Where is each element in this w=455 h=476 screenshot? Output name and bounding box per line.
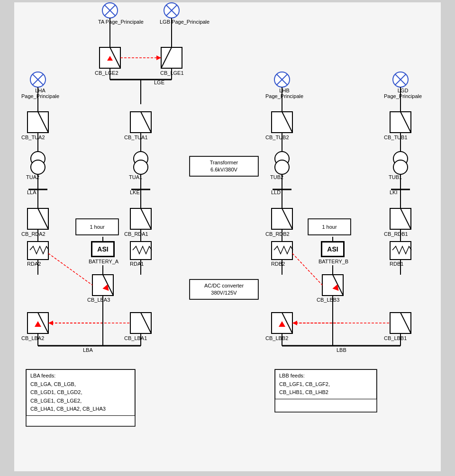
transformer-label: Transformer6.6kV/380V <box>190 156 258 176</box>
cb-rdb1-label: CB_RDB1 <box>384 231 408 237</box>
svg-point-55 <box>393 160 408 174</box>
tua1-label: TUA1 <box>129 174 142 180</box>
svg-rect-67 <box>130 208 151 229</box>
hour-box-a: 1 hour <box>76 219 118 235</box>
asi-box-a: ASI <box>91 242 114 257</box>
cb-lba2-label: CB_LBA2 <box>21 335 44 341</box>
cb-tua2-label: CB_TUA2 <box>21 135 45 140</box>
svg-rect-34 <box>130 112 151 133</box>
lgd-label: LGDPage_Principale <box>384 88 422 99</box>
lke-label: LKE <box>130 189 140 195</box>
cb-rda2-label: CB_RDA2 <box>21 231 46 237</box>
rda1-label: RDA1 <box>130 261 144 267</box>
svg-rect-112 <box>390 313 411 333</box>
lbb-feeds-box: LBB feeds:CB_LGF1, CB_LGF2,CB_LHB1, CB_L… <box>275 369 377 399</box>
cb-lbb2-label: CB_LBB2 <box>265 335 288 341</box>
svg-rect-89 <box>322 275 343 296</box>
svg-rect-32 <box>27 112 48 133</box>
svg-point-47 <box>134 160 148 174</box>
svg-rect-38 <box>390 112 411 133</box>
svg-point-51 <box>275 160 289 174</box>
svg-point-42 <box>31 160 45 174</box>
svg-rect-69 <box>272 208 292 229</box>
svg-rect-100 <box>130 313 151 333</box>
cb-tub2-label: CB_TUB2 <box>265 135 289 140</box>
cb-lba3-label: CB_LBA3 <box>87 297 110 303</box>
lgb-label: LGB Page_Principale <box>160 19 209 25</box>
hour-box-b: 1 hour <box>308 219 351 235</box>
lbb-label: LBB <box>337 347 346 353</box>
battery-b-label: BATTERY_B <box>318 259 348 264</box>
lld-label: LLD <box>271 189 281 195</box>
lhb-label: LHBPage_Principale <box>265 88 303 99</box>
tua2-label: TUA2 <box>26 174 39 180</box>
tub1-label: TUB1 <box>389 174 402 180</box>
battery-a-label: BATTERY_A <box>89 259 118 264</box>
tub2-label: TUB2 <box>270 174 283 180</box>
diagram-container: TA Page_Principale LGB Page_Principale L… <box>0 0 455 476</box>
cb-tua1-label: CB_TUA1 <box>124 135 148 140</box>
svg-rect-85 <box>92 275 113 296</box>
svg-rect-12 <box>161 47 182 68</box>
cb-lbb3-label: CB_LBB3 <box>317 297 339 303</box>
lki-label: LKI <box>390 189 398 195</box>
cb-lge2-label: CB_LGE2 <box>95 70 118 76</box>
rda2-label: RDA2 <box>27 261 41 267</box>
ta-label: TA Page_Principale <box>98 19 144 25</box>
cb-lbb1-label: CB_LBB1 <box>384 335 407 341</box>
acdc-label: AC/DC converter380V/125V <box>190 279 258 299</box>
rdb2-label: RDB2 <box>271 261 285 267</box>
svg-rect-71 <box>390 208 411 229</box>
lba-label: LBA <box>83 347 93 353</box>
cb-rdb2-label: CB_RDB2 <box>265 231 290 237</box>
rdb1-label: RDB1 <box>390 261 403 267</box>
svg-rect-65 <box>27 208 48 229</box>
cb-tub1-label: CB_TUB1 <box>384 135 408 140</box>
lba-feeds-box: LBA feeds:CB_LGA, CB_LGB,CB_LGD1, CB_LGD… <box>26 369 135 416</box>
svg-rect-36 <box>272 112 292 133</box>
cb-lge1-label: CB_LGE1 <box>160 70 184 76</box>
lla-label: LLA <box>27 189 36 195</box>
cb-rda1-label: CB_RDA1 <box>124 231 148 237</box>
lge-label: LGE <box>154 80 164 85</box>
lha-label: LHAPage_Principale <box>21 88 59 99</box>
cb-lba1-label: CB_LBA1 <box>124 335 147 341</box>
asi-box-b: ASI <box>321 242 344 257</box>
